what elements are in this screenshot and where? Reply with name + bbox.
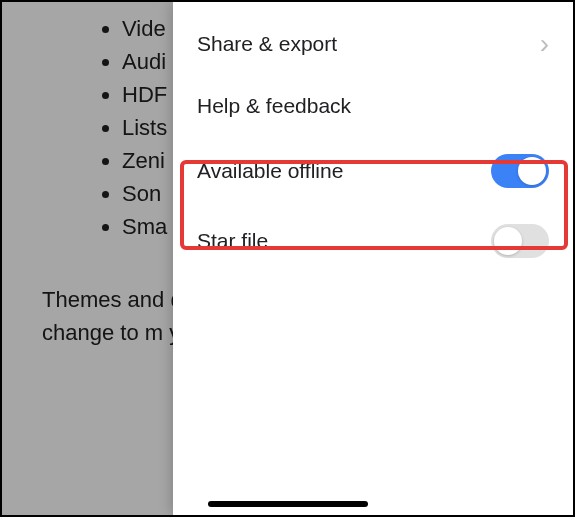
available-offline-toggle[interactable] <box>491 154 549 188</box>
share-export-label: Share & export <box>197 32 540 56</box>
star-file-label: Star file <box>197 229 491 253</box>
help-feedback-label: Help & feedback <box>197 94 549 118</box>
share-export-item[interactable]: Share & export › <box>173 12 573 76</box>
available-offline-item[interactable]: Available offline <box>173 136 573 206</box>
toggle-knob <box>518 157 546 185</box>
help-feedback-item[interactable]: Help & feedback <box>173 76 573 136</box>
star-file-toggle[interactable] <box>491 224 549 258</box>
action-sheet: Share & export › Help & feedback Availab… <box>173 2 573 515</box>
toggle-knob <box>494 227 522 255</box>
star-file-item[interactable]: Star file <box>173 206 573 276</box>
available-offline-label: Available offline <box>197 159 491 183</box>
home-indicator[interactable] <box>208 501 368 507</box>
chevron-right-icon: › <box>540 30 549 58</box>
